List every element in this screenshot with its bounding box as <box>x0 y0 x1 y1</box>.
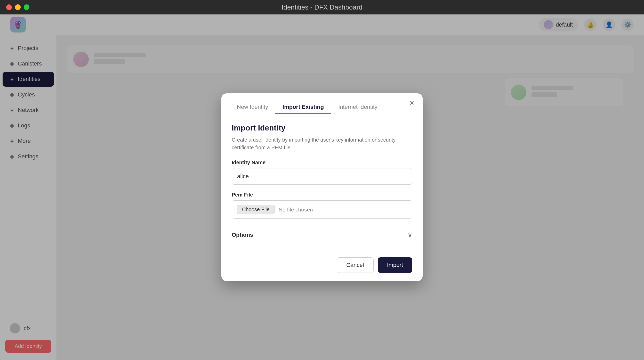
tab-new-identity[interactable]: New Identity <box>230 101 275 114</box>
maximize-traffic-light[interactable] <box>24 4 29 10</box>
traffic-lights <box>6 4 29 10</box>
import-identity-modal: ✕ New Identity Import Existing Internet … <box>221 93 423 281</box>
modal-close-button[interactable]: ✕ <box>407 99 416 108</box>
options-label: Options <box>232 232 253 238</box>
modal-body: Import Identity Create a user identity b… <box>221 114 423 252</box>
cancel-button[interactable]: Cancel <box>337 257 373 273</box>
modal-description: Create a user identity by importing the … <box>232 136 412 151</box>
minimize-traffic-light[interactable] <box>15 4 21 10</box>
modal-backdrop: ✕ New Identity Import Existing Internet … <box>0 14 644 360</box>
pem-file-input-wrapper[interactable]: Choose File No file chosen <box>232 200 412 219</box>
close-traffic-light[interactable] <box>6 4 12 10</box>
modal-title: Import Identity <box>232 124 412 132</box>
tab-internet-identity[interactable]: Internet Identity <box>331 101 385 114</box>
chevron-down-icon: ∨ <box>408 231 412 239</box>
identity-name-input[interactable] <box>232 168 412 185</box>
window-title: Identities - DFX Dashboard <box>281 3 363 11</box>
modal-tabs: New Identity Import Existing Internet Id… <box>221 93 423 114</box>
no-file-chosen-label: No file chosen <box>279 207 313 213</box>
tab-import-existing[interactable]: Import Existing <box>275 101 331 114</box>
modal-footer: Cancel Import <box>221 252 423 281</box>
options-row[interactable]: Options ∨ <box>232 226 412 244</box>
identity-name-label: Identity Name <box>232 160 412 166</box>
pem-file-label: Pem File <box>232 192 412 198</box>
choose-file-button[interactable]: Choose File <box>237 205 275 214</box>
import-button[interactable]: Import <box>378 257 412 273</box>
titlebar: Identities - DFX Dashboard <box>0 0 644 14</box>
